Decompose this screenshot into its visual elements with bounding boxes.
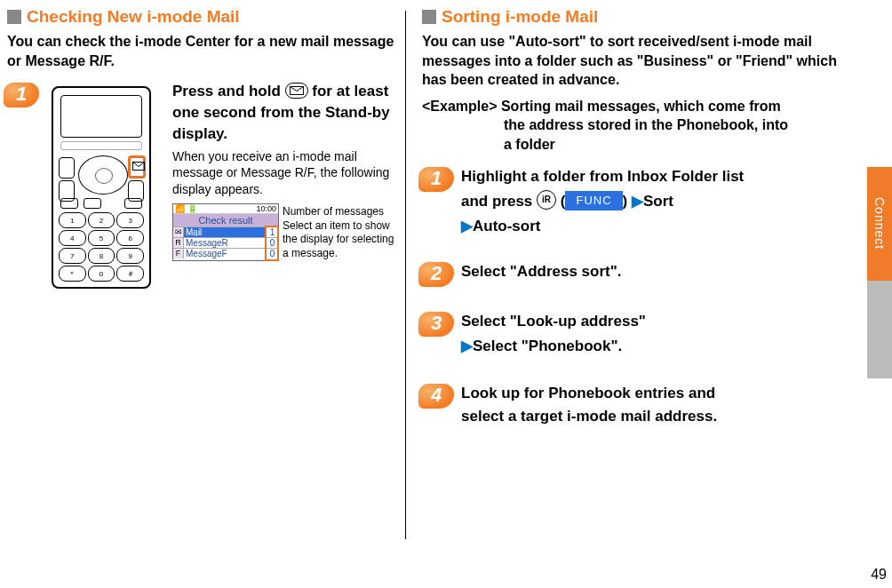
cr-row-mail: ✉ Mail 1	[173, 226, 278, 237]
cr-row-msgf-count: 0	[266, 249, 278, 258]
step1-subtext: When you receive an i-mode mail message …	[172, 148, 394, 199]
step-number-text: 1	[4, 83, 39, 106]
key-hash: ＃	[116, 266, 144, 282]
key-2: 2	[88, 212, 115, 228]
key-1: 1	[59, 212, 86, 228]
step-number: 1	[4, 79, 39, 106]
key-4: 4	[59, 230, 86, 246]
r1-line2a: and press	[461, 193, 537, 210]
check-result-caption: Number of messages Select an item to sho…	[283, 203, 394, 260]
left-intro: You can check the i-mode Center for a ne…	[7, 32, 394, 70]
right-step-3: 3 Select "Look-up address" ▶Select "Phon…	[422, 310, 857, 359]
cr-row-msgr-count: 0	[266, 238, 278, 248]
r3-line1: Select "Look-up address"	[461, 310, 857, 333]
r1-autosort: Auto-sort	[473, 218, 540, 234]
right-column: Sorting i-mode Mail You can use "Auto-so…	[406, 7, 857, 588]
left-column: Checking New i-mode Mail You can check t…	[7, 7, 405, 588]
check-result-title: Check result	[173, 214, 278, 226]
caption-b: Select an item to show the display for s…	[283, 219, 394, 261]
mail-icon: ✉	[173, 227, 184, 237]
cr-row-mail-count: 1	[266, 227, 278, 237]
right-step-4: 4 Look up for Phonebook entries and sele…	[422, 382, 857, 429]
key-6: 6	[116, 230, 144, 246]
gray-tab	[867, 281, 892, 378]
title-marker-icon	[7, 10, 21, 24]
left-step1-text: Press and hold for at least one second f…	[172, 81, 394, 294]
example-line3: a folder	[422, 135, 857, 155]
cr-row-msgr: R MessageR 0	[173, 237, 278, 248]
side-tab-area: Connect	[867, 0, 892, 588]
r2-line: Select "Address sort".	[461, 260, 857, 283]
cr-row-msgf-label: MessageF	[184, 249, 266, 258]
msgr-icon: R	[173, 238, 184, 248]
phone-keypad: 1 2 3 4 5 6 7 8 9 ＊ 0 ＃	[59, 212, 144, 282]
step-number: 3	[418, 308, 454, 335]
cr-row-msgf: F MessageF 0	[173, 248, 278, 258]
phone-illustration: 1 2 3 4 5 6 7 8 9 ＊ 0 ＃	[39, 81, 163, 294]
page-number: 49	[871, 567, 887, 583]
r1-parenr: )	[623, 193, 628, 210]
key-3: 3	[116, 212, 144, 228]
cr-row-msgr-label: MessageR	[184, 238, 266, 248]
ir-button-icon: iR	[537, 190, 556, 210]
arrow-icon: ▶	[461, 338, 473, 354]
caption-a: Number of messages	[283, 205, 394, 219]
r1-sort: Sort	[643, 193, 673, 210]
key-9: 9	[116, 248, 144, 264]
status-time: 10:00	[256, 204, 276, 213]
key-0: 0	[88, 266, 115, 282]
right-section-title: Sorting i-mode Mail	[422, 7, 857, 27]
msgf-icon: F	[173, 249, 184, 258]
r3-line2: Select "Phonebook".	[473, 338, 622, 354]
left-title-text: Checking New i-mode Mail	[27, 7, 240, 27]
example-heading: <Example> Sorting mail messages, which c…	[422, 97, 857, 116]
envelope-button-icon	[285, 83, 308, 99]
left-section-title: Checking New i-mode Mail	[7, 7, 394, 27]
key-5: 5	[88, 230, 115, 246]
func-label: FUNC	[565, 191, 622, 211]
left-step-1: 1	[7, 81, 394, 294]
ir-icon-label: iR	[542, 195, 551, 204]
key-star: ＊	[59, 266, 86, 282]
title-marker-icon	[422, 10, 436, 24]
mail-key-highlight	[128, 155, 146, 179]
right-intro: You can use "Auto-sort" to sort received…	[422, 32, 857, 90]
right-title-text: Sorting i-mode Mail	[442, 7, 598, 27]
status-icons: 📶 🔋	[175, 204, 197, 213]
cr-row-mail-label: Mail	[184, 227, 266, 237]
r4-line1: Look up for Phonebook entries and	[461, 382, 857, 405]
key-8: 8	[88, 248, 115, 264]
check-result-block: 📶 🔋 10:00 Check result ✉ Mail 1 R	[172, 203, 394, 260]
check-result-screen: 📶 🔋 10:00 Check result ✉ Mail 1 R	[172, 203, 279, 260]
r4-line2: select a target i-mode mail address.	[461, 405, 857, 428]
arrow-icon: ▶	[461, 218, 473, 234]
page: Checking New i-mode Mail You can check t…	[0, 0, 892, 588]
key-7: 7	[59, 248, 86, 264]
step-number: 2	[418, 258, 454, 285]
arrow-icon: ▶	[632, 193, 643, 210]
envelope-icon	[132, 162, 145, 171]
connect-tab: Connect	[867, 167, 892, 281]
example-line2: the address stored in the Phonebook, int…	[422, 115, 857, 135]
step-number: 4	[418, 380, 454, 407]
step1-head-a: Press and hold	[172, 83, 285, 99]
step-number: 1	[418, 163, 454, 190]
right-step-1: 1 Highlight a folder from Inbox Folder l…	[422, 165, 857, 239]
right-step-2: 2 Select "Address sort".	[422, 260, 857, 283]
r1-line1: Highlight a folder from Inbox Folder lis…	[461, 165, 857, 188]
